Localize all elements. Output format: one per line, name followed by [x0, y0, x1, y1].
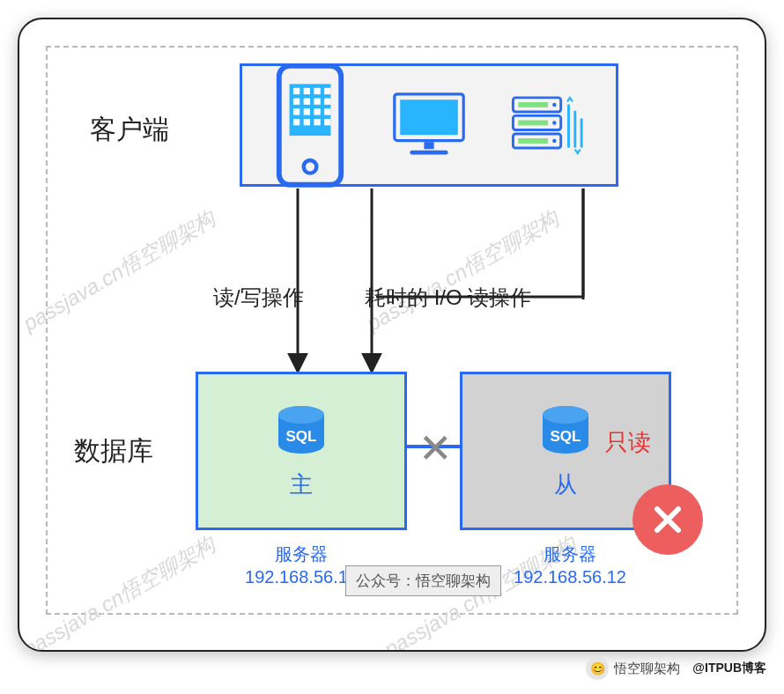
server-b-title: 服务器	[486, 543, 654, 565]
database-section-label: 数据库	[74, 433, 153, 469]
wechat-account: 😊 悟空聊架构	[586, 657, 680, 669]
itpub-credit: @ITPUB博客	[692, 661, 766, 669]
server-a-title: 服务器	[218, 543, 385, 565]
database-icon: SQL	[535, 402, 596, 464]
server-b-ip: 192.168.56.12	[486, 565, 654, 588]
gongzhonghao-badge: 公众号：悟空聊架构	[345, 565, 501, 596]
database-icon: SQL	[270, 402, 332, 464]
db-slave-role: 从	[554, 469, 577, 500]
edge-label-heavy-io: 耗时的 I/O 读操作	[365, 284, 531, 312]
wechat-name: 悟空聊架构	[614, 661, 680, 670]
db-master-role: 主	[290, 469, 313, 500]
svg-point-37	[278, 406, 324, 424]
wechat-avatar-icon: 😊	[586, 657, 609, 669]
db-master-box: SQL 主	[196, 372, 407, 530]
cross-mark: ✕	[418, 425, 453, 472]
server-b-caption: 服务器 192.168.56.12	[486, 543, 654, 588]
db-slave-tag: SQL	[551, 428, 581, 445]
db-slave-readonly-label: 只读	[605, 427, 651, 458]
diagram-card: passjava.cn悟空聊架构 passjava.cn悟空聊架构 passja…	[18, 18, 766, 652]
edge-label-read-write: 读/写操作	[213, 284, 304, 312]
svg-point-39	[543, 406, 588, 424]
db-master-tag: SQL	[286, 428, 317, 445]
footer-attribution: 😊 悟空聊架构 @ITPUB博客	[18, 657, 766, 669]
